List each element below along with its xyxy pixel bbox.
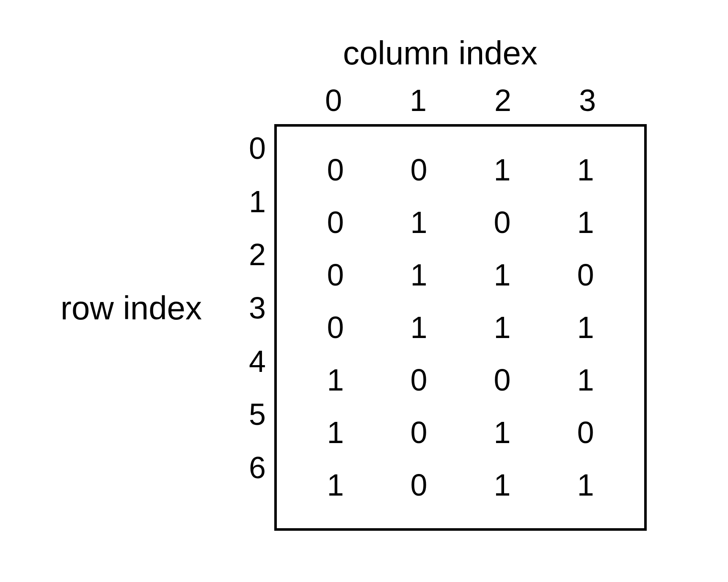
cell-0-1: 0 xyxy=(402,155,436,185)
matrix-box: 0 0 1 1 0 1 0 1 0 1 1 0 xyxy=(274,124,647,531)
row-index-2: 2 xyxy=(245,239,266,270)
col-index-3: 3 xyxy=(571,85,604,116)
row-index-5: 5 xyxy=(245,399,266,430)
matrix-row-2: 0 1 1 0 xyxy=(294,260,627,290)
column-indices: 0 1 2 3 xyxy=(274,85,647,116)
cell-5-3: 0 xyxy=(569,417,603,448)
matrix-area: 0 1 2 3 0 0 1 1 0 1 0 1 xyxy=(274,85,647,531)
cell-3-1: 1 xyxy=(402,312,436,343)
cell-1-3: 1 xyxy=(569,207,603,238)
cell-1-0: 0 xyxy=(319,207,353,238)
cell-1-2: 0 xyxy=(485,207,519,238)
cell-2-1: 1 xyxy=(402,260,436,290)
cell-0-3: 1 xyxy=(569,155,603,185)
row-index-6: 6 xyxy=(245,452,266,483)
column-header-label: column index xyxy=(267,34,614,72)
cell-2-2: 1 xyxy=(485,260,519,290)
matrix-row-1: 0 1 0 1 xyxy=(294,207,627,238)
cell-1-1: 1 xyxy=(402,207,436,238)
cell-6-3: 1 xyxy=(569,470,603,500)
cell-4-1: 0 xyxy=(402,365,436,395)
cell-2-0: 0 xyxy=(319,260,353,290)
cell-3-0: 0 xyxy=(319,312,353,343)
row-header-label: row index xyxy=(42,289,220,327)
cell-3-2: 1 xyxy=(485,312,519,343)
cell-6-0: 1 xyxy=(319,470,353,500)
diagram-container: column index row index 0 1 2 3 4 5 6 0 1… xyxy=(42,34,647,531)
cell-5-1: 0 xyxy=(402,417,436,448)
cell-2-3: 0 xyxy=(569,260,603,290)
matrix-row-4: 1 0 0 1 xyxy=(294,365,627,395)
cell-4-3: 1 xyxy=(569,365,603,395)
matrix-row-6: 1 0 1 1 xyxy=(294,470,627,500)
matrix-row-5: 1 0 1 0 xyxy=(294,417,627,448)
row-index-4: 4 xyxy=(245,346,266,377)
cell-4-0: 1 xyxy=(319,365,353,395)
col-index-1: 1 xyxy=(401,85,435,116)
cell-0-0: 0 xyxy=(319,155,353,185)
row-index-3: 3 xyxy=(245,293,266,323)
cell-3-3: 1 xyxy=(569,312,603,343)
cell-6-2: 1 xyxy=(485,470,519,500)
cell-5-2: 1 xyxy=(485,417,519,448)
row-index-1: 1 xyxy=(245,186,266,217)
matrix-row-3: 0 1 1 1 xyxy=(294,312,627,343)
cell-6-1: 0 xyxy=(402,470,436,500)
cell-0-2: 1 xyxy=(485,155,519,185)
cell-4-2: 0 xyxy=(485,365,519,395)
cell-5-0: 1 xyxy=(319,417,353,448)
col-index-0: 0 xyxy=(317,85,350,116)
row-index-0: 0 xyxy=(245,133,266,164)
col-index-2: 2 xyxy=(486,85,520,116)
main-flex: row index 0 1 2 3 4 5 6 0 1 2 3 0 0 1 xyxy=(42,85,647,531)
row-indices: 0 1 2 3 4 5 6 xyxy=(245,105,266,511)
row-header-wrap: row index xyxy=(42,105,220,511)
matrix-row-0: 0 0 1 1 xyxy=(294,155,627,185)
